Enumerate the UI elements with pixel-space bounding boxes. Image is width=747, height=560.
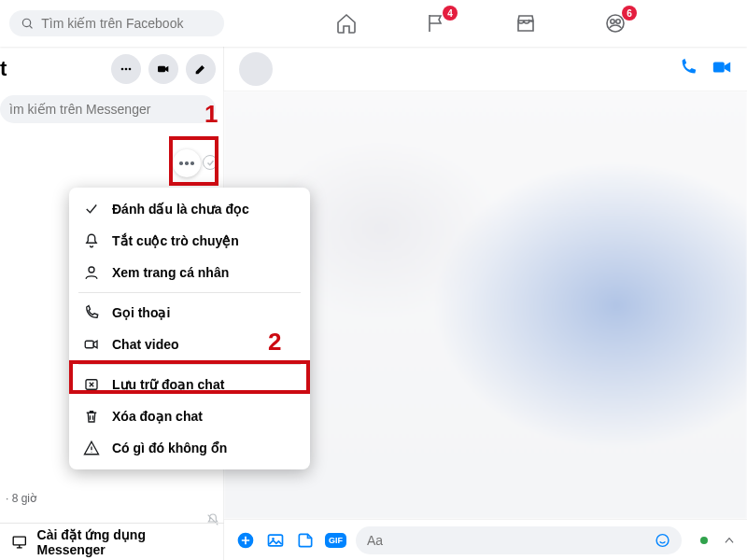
- menu-mute[interactable]: Tắt cuộc trò chuyện: [69, 225, 310, 257]
- menu-label: Chat video: [112, 337, 179, 352]
- chat-title: t: [0, 57, 7, 81]
- svg-point-2: [607, 15, 624, 32]
- svg-rect-15: [269, 535, 283, 546]
- menu-separator: [78, 292, 301, 293]
- svg-rect-11: [85, 341, 93, 348]
- svg-line-1: [30, 25, 33, 28]
- video-icon: [82, 335, 101, 354]
- composer-more-button[interactable]: [235, 530, 256, 551]
- svg-rect-13: [713, 62, 725, 72]
- menu-audio-call[interactable]: Gọi thoại: [69, 297, 310, 329]
- menu-archive[interactable]: Lưu trữ đoạn chat: [69, 369, 310, 400]
- emoji-icon[interactable]: [655, 532, 670, 549]
- nav-pages[interactable]: 4: [424, 11, 448, 35]
- search-icon: [21, 16, 34, 31]
- install-messenger-link[interactable]: Cài đặt ứng dụng Messenger: [0, 523, 224, 560]
- home-icon: [335, 12, 358, 35]
- menu-mark-unread[interactable]: Đánh dấu là chưa đọc: [69, 193, 310, 225]
- svg-point-17: [656, 534, 669, 546]
- warning-icon: [82, 439, 101, 457]
- composer: GIF: [224, 519, 747, 560]
- conversation-header: [224, 47, 747, 91]
- video-icon: [712, 57, 732, 77]
- audio-call-button[interactable]: [678, 57, 698, 81]
- composer-gif-button[interactable]: GIF: [325, 533, 346, 548]
- phone-icon: [82, 303, 101, 322]
- menu-delete[interactable]: Xóa đoạn chat: [69, 400, 310, 432]
- profile-icon: [82, 263, 101, 282]
- messenger-search[interactable]: [0, 95, 216, 123]
- annotation-box-1: [169, 136, 218, 186]
- global-search[interactable]: [9, 10, 224, 36]
- active-status-dot: [700, 537, 708, 544]
- menu-label: Xem trang cá nhân: [112, 265, 229, 280]
- bell-icon: [82, 231, 101, 250]
- new-video-room-button[interactable]: [148, 54, 178, 84]
- plus-circle-icon: [236, 531, 255, 550]
- sticker-icon: [296, 531, 315, 550]
- composer-input[interactable]: [367, 533, 655, 548]
- image-icon: [266, 531, 285, 550]
- menu-label: Tắt cuộc trò chuyện: [112, 233, 239, 248]
- video-call-button[interactable]: [712, 57, 732, 81]
- nav-center: 4 6: [224, 11, 738, 35]
- dots-icon: [119, 62, 134, 77]
- menu-label: Xóa đoạn chat: [112, 409, 203, 424]
- nav-groups[interactable]: 6: [603, 11, 627, 35]
- menu-separator: [78, 364, 301, 365]
- badge-pages: 4: [443, 6, 458, 21]
- annotation-label-2: 2: [268, 328, 281, 357]
- avatar[interactable]: [239, 52, 273, 86]
- svg-point-7: [129, 68, 132, 71]
- top-bar: 4 6: [0, 0, 747, 47]
- svg-rect-9: [13, 537, 25, 545]
- chat-header: t: [0, 47, 223, 90]
- svg-point-6: [125, 68, 128, 71]
- composer-input-wrap[interactable]: [356, 526, 682, 554]
- messenger-search-input[interactable]: [9, 102, 206, 117]
- menu-label: Có gì đó không ổn: [112, 441, 227, 455]
- check-icon: [82, 200, 101, 218]
- menu-label: Đánh dấu là chưa đọc: [112, 202, 249, 217]
- annotation-label-1: 1: [204, 100, 218, 129]
- install-label: Cài đặt ứng dụng Messenger: [37, 527, 213, 557]
- svg-rect-8: [158, 66, 165, 73]
- nav-home[interactable]: [334, 11, 359, 35]
- last-message-time: · 8 giờ: [6, 492, 36, 505]
- chat-more-button[interactable]: [111, 54, 141, 84]
- menu-report[interactable]: Có gì đó không ổn: [69, 432, 310, 464]
- svg-point-0: [22, 19, 30, 26]
- store-icon: [514, 12, 537, 35]
- desktop-icon: [11, 534, 28, 551]
- video-plus-icon: [156, 62, 171, 77]
- svg-point-10: [89, 267, 94, 273]
- chevron-icon[interactable]: [723, 534, 736, 547]
- svg-point-4: [616, 20, 620, 23]
- svg-point-3: [611, 20, 614, 23]
- composer-sticker-button[interactable]: [295, 530, 316, 551]
- badge-groups: 6: [622, 6, 637, 21]
- archive-icon: [82, 375, 101, 394]
- svg-point-5: [121, 68, 124, 71]
- menu-label: Gọi thoại: [112, 305, 170, 320]
- global-search-input[interactable]: [41, 16, 213, 31]
- menu-label: Lưu trữ đoạn chat: [112, 377, 224, 392]
- new-message-button[interactable]: [186, 54, 216, 84]
- composer-photo-button[interactable]: [265, 530, 286, 551]
- compose-icon: [193, 62, 208, 77]
- nav-marketplace[interactable]: [514, 11, 538, 35]
- menu-view-profile[interactable]: Xem trang cá nhân: [69, 257, 310, 288]
- phone-icon: [678, 57, 698, 77]
- trash-icon: [82, 407, 101, 426]
